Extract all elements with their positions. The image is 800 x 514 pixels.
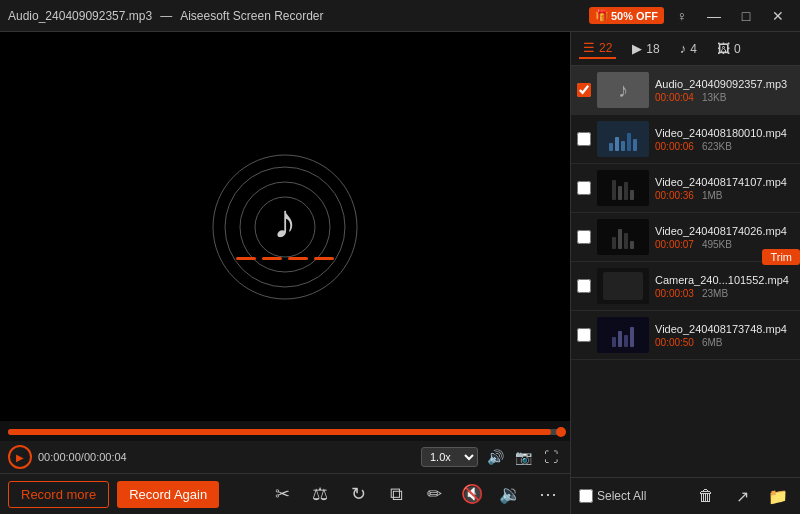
list-item[interactable]: ♪ Audio_240409092357.mp3 00:00:04 13KB [571, 66, 800, 115]
file-info: Video_240408180010.mp4 00:00:06 623KB [655, 127, 794, 152]
share-button[interactable]: ↗ [728, 482, 756, 510]
file-thumbnail [597, 121, 649, 157]
file-size: 6MB [702, 337, 723, 348]
dash-2 [262, 257, 282, 260]
record-more-button[interactable]: Record more [8, 481, 109, 508]
file-meta: 00:00:06 623KB [655, 141, 794, 152]
title-separator: — [160, 9, 172, 23]
file-checkbox[interactable] [577, 132, 591, 146]
titlebar-controls: 🎁 50% OFF ♀ — □ ✕ [589, 5, 792, 27]
left-panel: ♪ Trim [0, 32, 570, 514]
tab-audio-count: 4 [690, 42, 697, 56]
play-button[interactable]: ▶ [8, 445, 32, 469]
tab-video-icon: ▶ [632, 41, 642, 56]
refresh-button[interactable]: ↻ [344, 480, 372, 508]
controls-bar: ▶ 00:00:00/00:00:04 0.5x0.75x1.0x1.25x1.… [0, 441, 570, 473]
tab-image-count: 0 [734, 42, 741, 56]
tab-video[interactable]: ▶ 18 [628, 39, 663, 58]
tab-all-icon: ☰ [583, 40, 595, 55]
maximize-button[interactable]: □ [732, 5, 760, 27]
right-tools: 🗑 ↗ 📁 [692, 482, 792, 510]
progress-thumb [556, 427, 566, 437]
file-info: Video_240408174026.mp4 00:00:07 495KB [655, 225, 794, 250]
file-duration: 00:00:50 [655, 337, 694, 348]
file-duration: 00:00:07 [655, 239, 694, 250]
close-button[interactable]: ✕ [764, 5, 792, 27]
folder-button[interactable]: 📁 [764, 482, 792, 510]
total-time: 00:00:04 [84, 451, 127, 463]
dash-3 [288, 257, 308, 260]
scissors-button[interactable]: ✂ [268, 480, 296, 508]
edit-button[interactable]: ✏ [420, 480, 448, 508]
progress-track[interactable] [8, 429, 562, 435]
file-name: Camera_240...101552.mp4 [655, 274, 794, 286]
camera-icon-button[interactable]: 📷 [512, 446, 534, 468]
file-thumbnail [597, 317, 649, 353]
file-name: Video_240408180010.mp4 [655, 127, 794, 139]
file-name: Video_240408174026.mp4 [655, 225, 794, 237]
file-thumbnail [597, 219, 649, 255]
file-name: Audio_240409092357.mp3 [655, 78, 794, 90]
adjust-button[interactable]: ⚖ [306, 480, 334, 508]
dash-1 [236, 257, 256, 260]
title-filename: Audio_240409092357.mp3 [8, 9, 152, 23]
tab-video-count: 18 [646, 42, 659, 56]
thumb-bars [612, 225, 634, 249]
time-display: 00:00:00/00:00:04 [38, 451, 127, 463]
tab-image-icon: 🖼 [717, 41, 730, 56]
file-meta: 00:00:04 13KB [655, 92, 794, 103]
fullscreen-button[interactable]: ⛶ [540, 446, 562, 468]
speed-select[interactable]: 0.5x0.75x1.0x1.25x1.5x2.0x [421, 447, 478, 467]
file-info: Video_240408173748.mp4 00:00:50 6MB [655, 323, 794, 348]
right-panel: ☰ 22 ▶ 18 ♪ 4 🖼 0 ♪ [570, 32, 800, 514]
bottom-bar: Record more Record Again ✂ ⚖ ↻ ⧉ ✏ 🔇 🔉 ⋯ [0, 473, 570, 514]
gift-icon: 🎁 [595, 9, 609, 22]
tab-all[interactable]: ☰ 22 [579, 38, 616, 59]
record-again-button[interactable]: Record Again [117, 481, 219, 508]
list-item[interactable]: Video_240408174107.mp4 00:00:36 1MB [571, 164, 800, 213]
file-meta: 00:00:03 23MB [655, 288, 794, 299]
select-all-label: Select All [597, 489, 646, 503]
thumb-bars [609, 127, 637, 151]
progress-track-wrap[interactable] [8, 425, 562, 439]
list-item[interactable]: Video_240408173748.mp4 00:00:50 6MB [571, 311, 800, 360]
file-meta: 00:00:50 6MB [655, 337, 794, 348]
titlebar: Audio_240409092357.mp3 — Aiseesoft Scree… [0, 0, 800, 32]
list-item[interactable]: Video_240408180010.mp4 00:00:06 623KB [571, 115, 800, 164]
file-checkbox[interactable] [577, 181, 591, 195]
title-appname: Aiseesoft Screen Recorder [180, 9, 323, 23]
list-item[interactable]: Camera_240...101552.mp4 00:00:03 23MB [571, 262, 800, 311]
file-checkbox[interactable] [577, 83, 591, 97]
tab-audio[interactable]: ♪ 4 [676, 39, 701, 58]
tab-image[interactable]: 🖼 0 [713, 39, 745, 58]
bottom-left-buttons: Record more Record Again [8, 481, 219, 508]
dash-4 [314, 257, 334, 260]
file-meta: 00:00:07 495KB [655, 239, 794, 250]
file-info: Video_240408174107.mp4 00:00:36 1MB [655, 176, 794, 201]
copy-button[interactable]: ⧉ [382, 480, 410, 508]
file-checkbox[interactable] [577, 328, 591, 342]
progress-fill [8, 429, 551, 435]
help-button[interactable]: ♀ [668, 5, 696, 27]
file-thumbnail [597, 170, 649, 206]
promo-badge[interactable]: 🎁 50% OFF [589, 7, 664, 24]
minimize-button[interactable]: — [700, 5, 728, 27]
volume-icon-button[interactable]: 🔊 [484, 446, 506, 468]
right-bottom: Select All 🗑 ↗ 📁 [571, 477, 800, 514]
mute-button[interactable]: 🔇 [458, 480, 486, 508]
thumb-bars [612, 323, 634, 347]
tab-audio-icon: ♪ [680, 41, 687, 56]
file-meta: 00:00:36 1MB [655, 190, 794, 201]
file-name: Video_240408174107.mp4 [655, 176, 794, 188]
file-checkbox[interactable] [577, 279, 591, 293]
main-layout: ♪ Trim [0, 32, 800, 514]
more-button[interactable]: ⋯ [534, 480, 562, 508]
delete-button[interactable]: 🗑 [692, 482, 720, 510]
file-checkbox[interactable] [577, 230, 591, 244]
file-size: 495KB [702, 239, 732, 250]
select-all-checkbox[interactable] [579, 489, 593, 503]
tab-all-count: 22 [599, 41, 612, 55]
trim-button[interactable]: Trim [762, 249, 800, 265]
file-duration: 00:00:04 [655, 92, 694, 103]
volume-up-button[interactable]: 🔉 [496, 480, 524, 508]
